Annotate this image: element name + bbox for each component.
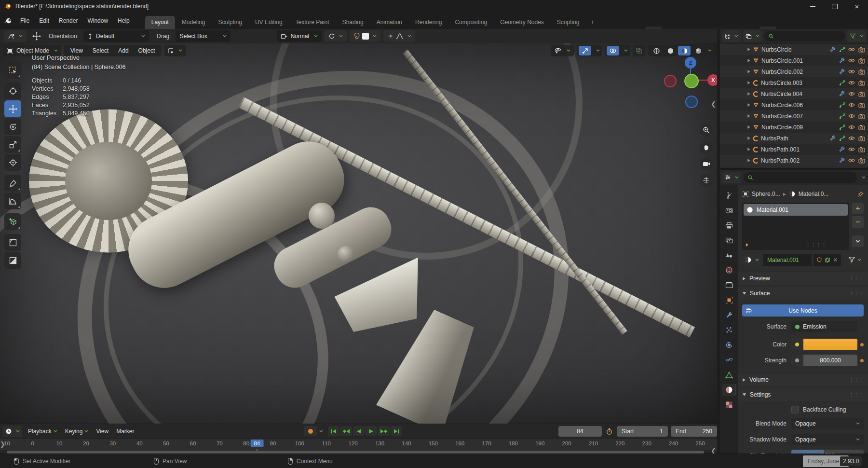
fake-user-shield-icon[interactable] bbox=[816, 257, 822, 263]
proportional-editing-group[interactable] bbox=[350, 30, 380, 42]
tool-select-box-button[interactable] bbox=[4, 62, 21, 79]
falloff-group[interactable] bbox=[383, 30, 415, 42]
app-menu-icon[interactable] bbox=[4, 17, 13, 24]
sidebar-collapse-chevron[interactable]: ❮ bbox=[711, 100, 716, 108]
next-key-button[interactable] bbox=[378, 426, 390, 436]
jump-start-button[interactable] bbox=[328, 426, 339, 436]
menu-render[interactable]: Render bbox=[54, 15, 82, 26]
strength-animate-dot[interactable] bbox=[860, 359, 864, 362]
clip-threshold-slider[interactable]: 0.500 bbox=[791, 450, 864, 454]
tool-rotate-button[interactable] bbox=[4, 118, 21, 135]
overlays-options-chevron[interactable] bbox=[624, 49, 628, 52]
expand-arrow-icon[interactable] bbox=[747, 103, 751, 107]
shading-rendered-button[interactable] bbox=[692, 46, 705, 55]
color-animate-dot[interactable] bbox=[860, 343, 864, 346]
blend-mode-dropdown[interactable]: Opaque bbox=[791, 418, 864, 429]
tab-compositing[interactable]: Compositing bbox=[448, 16, 493, 29]
properties-tab-viewlayer[interactable] bbox=[722, 234, 736, 246]
timeline-menu-view[interactable]: View bbox=[92, 426, 112, 437]
outliner-display-mode-button[interactable] bbox=[743, 30, 762, 42]
prev-key-button[interactable] bbox=[340, 426, 352, 436]
play-back-button[interactable] bbox=[353, 426, 365, 436]
tool-add-cube-button[interactable] bbox=[4, 213, 21, 230]
volume-panel-header[interactable]: Volume ⋮⋮⋮ bbox=[738, 373, 868, 386]
color-socket-button[interactable] bbox=[791, 339, 803, 350]
expand-arrow-icon[interactable] bbox=[747, 69, 751, 74]
expand-arrow-icon[interactable] bbox=[747, 114, 751, 118]
modifier-wrench-icon[interactable] bbox=[839, 91, 845, 97]
strength-value-field[interactable]: 800.000 bbox=[803, 355, 857, 366]
nodetree-button[interactable] bbox=[846, 254, 864, 266]
gizmo-center[interactable] bbox=[684, 74, 699, 88]
hide-eye-icon[interactable] bbox=[848, 69, 855, 74]
zoom-tool-icon[interactable] bbox=[700, 124, 713, 137]
gizmos-dropdown[interactable] bbox=[325, 30, 347, 42]
shadow-mode-dropdown[interactable]: Opaque bbox=[791, 434, 864, 445]
orthographic-grid-icon[interactable] bbox=[700, 174, 713, 187]
viewport-menu-add[interactable]: Add bbox=[115, 47, 132, 54]
timeline-menu-keying[interactable]: Keying bbox=[61, 426, 93, 437]
properties-tab-render[interactable] bbox=[722, 205, 736, 216]
outliner-row[interactable]: NurbsPath.001 bbox=[720, 144, 868, 155]
hide-eye-icon[interactable] bbox=[848, 102, 855, 108]
menu-file[interactable]: File bbox=[15, 15, 34, 26]
snap-target-dropdown[interactable]: Normal bbox=[277, 30, 322, 42]
outliner-row[interactable]: NurbsCircle.001 bbox=[720, 55, 868, 66]
add-slot-button[interactable] bbox=[852, 203, 864, 214]
object-data-icon[interactable] bbox=[839, 47, 845, 53]
disable-render-camera-icon[interactable] bbox=[858, 136, 865, 141]
outliner-row[interactable]: NurbsCircle.002 bbox=[720, 66, 868, 77]
disable-render-camera-icon[interactable] bbox=[858, 80, 865, 86]
menu-window[interactable]: Window bbox=[82, 15, 113, 26]
menu-help[interactable]: Help bbox=[113, 15, 135, 26]
add-workspace-button[interactable]: + bbox=[586, 16, 599, 29]
drag-dropdown[interactable]: Select Box bbox=[176, 30, 231, 42]
visibility-dropdown[interactable] bbox=[551, 45, 574, 56]
outliner-row[interactable]: NurbsCircle.004 bbox=[720, 88, 868, 99]
shading-options-chevron[interactable] bbox=[708, 49, 712, 52]
properties-tab-collection[interactable] bbox=[722, 279, 736, 291]
tool-move-button[interactable] bbox=[4, 100, 21, 117]
modifier-wrench-icon[interactable] bbox=[839, 57, 845, 64]
properties-tab-modifiers[interactable] bbox=[722, 309, 736, 321]
browse-material-button[interactable] bbox=[742, 254, 761, 266]
axis-x-negative[interactable] bbox=[664, 75, 677, 87]
show-overlays-toggle[interactable] bbox=[607, 46, 619, 55]
viewport-menu-select[interactable]: Select bbox=[89, 47, 112, 54]
axis-z-negative[interactable] bbox=[685, 96, 698, 108]
axis-z-positive[interactable]: Z bbox=[685, 57, 696, 69]
properties-tab-scene[interactable] bbox=[722, 249, 736, 261]
outliner-row[interactable]: NurbsCircle bbox=[720, 44, 868, 55]
tab-rendering[interactable]: Rendering bbox=[409, 16, 448, 29]
surface-panel-header[interactable]: Surface ⋮⋮⋮ bbox=[738, 287, 868, 300]
timeline-editor-type-button[interactable] bbox=[3, 426, 22, 437]
hide-eye-icon[interactable] bbox=[848, 47, 855, 52]
properties-tab-data[interactable] bbox=[722, 369, 736, 381]
material-slot-item[interactable]: Material.001 bbox=[744, 204, 848, 216]
current-frame-field[interactable]: 84 bbox=[558, 426, 602, 437]
tab-uv-editing[interactable]: UV Editing bbox=[249, 16, 289, 29]
tab-geometry-nodes[interactable]: Geometry Nodes bbox=[494, 16, 550, 29]
gizmo-options-chevron[interactable] bbox=[596, 49, 600, 52]
modifier-wrench-icon[interactable] bbox=[829, 135, 836, 141]
axis-x-positive[interactable]: X bbox=[707, 74, 717, 86]
expand-arrow-icon[interactable] bbox=[747, 158, 751, 163]
copy-datablock-icon[interactable] bbox=[825, 257, 830, 263]
properties-editor-type-button[interactable] bbox=[722, 172, 741, 183]
timeline-ruler[interactable]: ❯ 84 -1001020304050607080901001101201301… bbox=[0, 438, 717, 450]
disable-render-camera-icon[interactable] bbox=[858, 124, 865, 130]
modifier-wrench-icon[interactable] bbox=[839, 69, 845, 75]
properties-tab-tool[interactable] bbox=[722, 190, 736, 201]
expand-arrow-icon[interactable] bbox=[747, 81, 751, 85]
surface-shader-dropdown[interactable]: Emission bbox=[791, 321, 857, 332]
viewport-menu-view[interactable]: View bbox=[67, 47, 86, 54]
outliner-row[interactable]: NurbsCircle.009 bbox=[720, 122, 868, 133]
viewport-extra-dropdown[interactable] bbox=[164, 45, 186, 56]
material-name-field[interactable]: Material.001 bbox=[763, 254, 812, 266]
outliner-search-input[interactable] bbox=[764, 31, 845, 41]
use-nodes-button[interactable]: Use Nodes bbox=[742, 304, 864, 317]
close-button[interactable]: × bbox=[846, 0, 868, 13]
properties-tab-world[interactable] bbox=[722, 264, 736, 276]
3d-viewport[interactable]: Object Mode ViewSelectAddObject bbox=[0, 43, 717, 424]
pin-icon[interactable] bbox=[857, 191, 864, 197]
